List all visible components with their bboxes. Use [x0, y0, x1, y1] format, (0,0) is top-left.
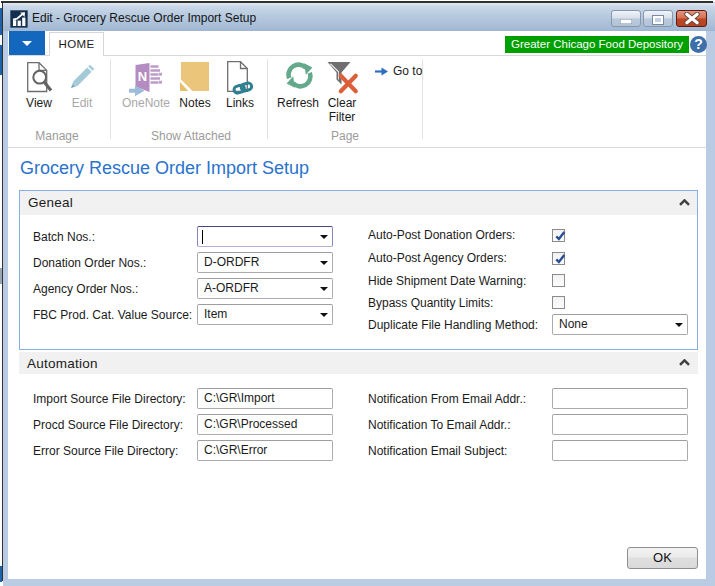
svg-text:N: N — [138, 69, 147, 84]
